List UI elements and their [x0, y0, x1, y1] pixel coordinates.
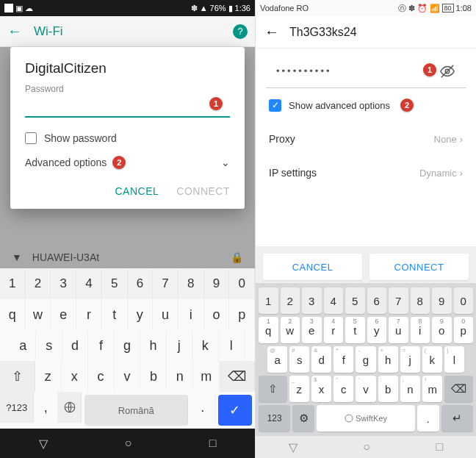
- key-a[interactable]: a: [10, 330, 36, 361]
- key-z[interactable]: z: [35, 361, 62, 392]
- key-c[interactable]: c: [88, 361, 115, 392]
- key-z[interactable]: _z: [289, 376, 309, 402]
- key-l[interactable]: )l: [444, 346, 464, 373]
- key-1[interactable]: 1: [259, 287, 278, 314]
- key-i[interactable]: i: [178, 299, 204, 330]
- key-8[interactable]: 8: [411, 287, 430, 314]
- back-icon[interactable]: ←: [264, 24, 279, 40]
- key-2[interactable]: 2: [281, 287, 300, 314]
- key-e[interactable]: 3e: [302, 317, 322, 343]
- keyboard[interactable]: 1234567890 qwertyuiop asdfghjkl ⇧ zxcvbn…: [0, 268, 255, 429]
- key-1[interactable]: 1: [0, 268, 26, 299]
- space-key[interactable]: SwiftKey: [317, 405, 414, 432]
- proxy-row[interactable]: Proxy None›: [256, 122, 476, 156]
- key-r[interactable]: r: [76, 299, 102, 330]
- key-n[interactable]: n: [167, 361, 193, 392]
- visibility-off-icon[interactable]: [439, 63, 455, 79]
- advanced-options-row[interactable]: Advanced options 2 ⌄: [25, 156, 230, 169]
- key-n[interactable]: ;n: [400, 376, 420, 402]
- ip-settings-row[interactable]: IP settings Dynamic›: [256, 156, 476, 190]
- key-5[interactable]: 5: [345, 287, 365, 314]
- key-p[interactable]: p: [229, 299, 255, 330]
- password-input[interactable]: •••••••••• 1: [266, 54, 466, 88]
- cancel-button[interactable]: CANCEL: [115, 185, 159, 197]
- settings-key[interactable]: ⚙: [292, 405, 314, 432]
- key-o[interactable]: o: [204, 299, 230, 330]
- key-x[interactable]: $x: [311, 376, 331, 402]
- key-f[interactable]: f: [88, 330, 114, 361]
- enter-key[interactable]: ↵: [441, 405, 473, 432]
- keyboard[interactable]: 1234567890 1q2w3e4r5t6y7u8i9o0p @a#s&d*f…: [256, 283, 476, 436]
- key-7[interactable]: 7: [153, 268, 178, 299]
- key-9[interactable]: 9: [432, 287, 452, 314]
- key-8[interactable]: 8: [178, 268, 204, 299]
- key-d[interactable]: &d: [311, 346, 331, 373]
- key-l[interactable]: l: [219, 330, 245, 361]
- key-y[interactable]: y: [128, 299, 154, 330]
- cancel-button[interactable]: CANCEL: [263, 254, 362, 280]
- key-b[interactable]: :b: [378, 376, 398, 402]
- key-9[interactable]: 9: [204, 268, 230, 299]
- key-f[interactable]: *f: [333, 346, 353, 373]
- key-q[interactable]: 1q: [259, 317, 278, 343]
- key-k[interactable]: k: [192, 330, 218, 361]
- nav-recent-icon[interactable]: □: [209, 437, 217, 450]
- key-0[interactable]: 0: [229, 268, 255, 299]
- key-y[interactable]: 6y: [367, 317, 387, 343]
- key-2[interactable]: 2: [26, 268, 51, 299]
- key-s[interactable]: s: [36, 330, 62, 361]
- key-g[interactable]: g: [115, 330, 140, 361]
- key-t[interactable]: t: [102, 299, 128, 330]
- period-key[interactable]: .: [191, 392, 214, 423]
- key-m[interactable]: !m: [422, 376, 442, 402]
- symbol-key[interactable]: ?123: [0, 392, 34, 423]
- key-i[interactable]: 8i: [411, 317, 430, 343]
- key-5[interactable]: 5: [102, 268, 128, 299]
- key-4[interactable]: 4: [324, 287, 344, 314]
- key-3[interactable]: 3: [51, 268, 76, 299]
- show-advanced-toggle[interactable]: ✓ Show advanced options 2: [256, 88, 476, 122]
- key-j[interactable]: j: [167, 330, 192, 361]
- key-v[interactable]: v: [115, 361, 141, 392]
- language-key[interactable]: [58, 392, 82, 423]
- key-7[interactable]: 7: [389, 287, 408, 314]
- key-s[interactable]: #s: [289, 346, 309, 373]
- key-r[interactable]: 4r: [324, 317, 344, 343]
- key-w[interactable]: w: [26, 299, 51, 330]
- key-o[interactable]: 9o: [432, 317, 452, 343]
- show-password-toggle[interactable]: Show password: [25, 132, 230, 144]
- key-v[interactable]: 'v: [356, 376, 375, 402]
- key-c[interactable]: "c: [333, 376, 353, 402]
- key-b[interactable]: b: [140, 361, 167, 392]
- connect-button[interactable]: CONNECT: [176, 185, 230, 197]
- key-j[interactable]: =j: [400, 346, 420, 373]
- key-p[interactable]: 0p: [454, 317, 474, 343]
- key-d[interactable]: d: [62, 330, 88, 361]
- back-icon[interactable]: ←: [7, 23, 22, 40]
- shift-key[interactable]: ⇧: [0, 361, 35, 392]
- space-key[interactable]: Română: [84, 395, 188, 426]
- symbol-key[interactable]: 123: [259, 405, 290, 432]
- key-k[interactable]: (k: [422, 346, 442, 373]
- key-m[interactable]: m: [193, 361, 220, 392]
- key-3[interactable]: 3: [302, 287, 322, 314]
- key-x[interactable]: x: [62, 361, 88, 392]
- backspace-key[interactable]: ⌫: [444, 376, 473, 402]
- key-a[interactable]: @a: [267, 346, 287, 373]
- key-4[interactable]: 4: [76, 268, 102, 299]
- comma-key[interactable]: ,: [34, 392, 57, 423]
- checkbox-checked-icon[interactable]: ✓: [269, 99, 281, 112]
- key-g[interactable]: -g: [356, 346, 375, 373]
- key-e[interactable]: e: [51, 299, 76, 330]
- key-u[interactable]: 7u: [389, 317, 408, 343]
- help-icon[interactable]: ?: [233, 24, 248, 39]
- nav-home-icon[interactable]: ○: [125, 437, 132, 450]
- show-password-checkbox[interactable]: [25, 132, 37, 144]
- key-w[interactable]: 2w: [281, 317, 300, 343]
- backspace-key[interactable]: ⌫: [220, 361, 255, 392]
- key-6[interactable]: 6: [128, 268, 154, 299]
- nav-home-icon[interactable]: ○: [363, 440, 370, 454]
- nav-recent-icon[interactable]: □: [436, 440, 444, 454]
- key-6[interactable]: 6: [367, 287, 387, 314]
- nav-back-icon[interactable]: ▽: [289, 440, 298, 454]
